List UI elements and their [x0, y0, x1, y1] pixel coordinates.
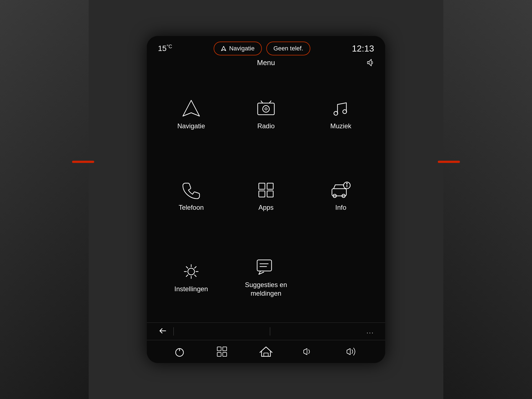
menu-title-row: Menu: [147, 58, 385, 70]
svg-point-20: [188, 268, 195, 275]
svg-rect-10: [259, 183, 265, 189]
dashboard-right: [443, 0, 532, 399]
svg-marker-31: [347, 349, 350, 355]
sound-icon: [366, 58, 374, 67]
svg-marker-30: [304, 349, 307, 355]
car-surround: 15°C Navigatie Geen telef. 12:13: [0, 0, 532, 399]
screen-inner: 15°C Navigatie Geen telef. 12:13: [147, 36, 385, 363]
action-bar: ...: [147, 323, 385, 340]
svg-rect-12: [259, 191, 265, 197]
vent-right: [438, 161, 460, 163]
menu-item-info[interactable]: Info: [305, 157, 377, 236]
svg-rect-1: [367, 62, 369, 64]
volume-up-button[interactable]: [344, 345, 361, 359]
messages-icon: [255, 258, 277, 277]
nav-pills: Navigatie Geen telef.: [214, 42, 310, 55]
svg-marker-2: [183, 100, 200, 116]
telefoon-label: Telefoon: [179, 203, 204, 212]
info-label: Info: [335, 203, 346, 212]
menu-item-radio[interactable]: Radio: [230, 75, 302, 154]
dashboard-left: [0, 0, 89, 399]
muziek-label: Muziek: [330, 122, 351, 130]
svg-rect-25: [217, 347, 221, 351]
svg-rect-14: [332, 189, 346, 196]
instellingen-label: Instellingen: [174, 285, 208, 293]
nav-bar: [147, 340, 385, 363]
svg-point-19: [347, 183, 347, 184]
clock: 12:13: [352, 44, 374, 54]
svg-marker-0: [221, 46, 226, 51]
menu-title: Menu: [168, 58, 364, 67]
info-icon: [330, 180, 352, 200]
menu-item-suggesties[interactable]: Suggesties enmeldingen: [230, 238, 302, 317]
navigatie-pill-button[interactable]: Navigatie: [214, 42, 262, 55]
music-icon: [330, 99, 352, 118]
sound-icon-wrapper: [364, 58, 374, 67]
status-bar: 15°C Navigatie Geen telef. 12:13: [147, 36, 385, 58]
menu-item-navigatie[interactable]: Navigatie: [155, 75, 227, 154]
separator: [173, 327, 174, 336]
separator-right: [270, 327, 270, 336]
settings-icon: [180, 262, 202, 281]
radio-label: Radio: [257, 122, 275, 130]
svg-rect-28: [223, 352, 227, 356]
radio-icon: [255, 99, 277, 118]
svg-rect-27: [217, 352, 221, 356]
power-button[interactable]: [171, 345, 188, 359]
menu-item-telefoon[interactable]: Telefoon: [155, 157, 227, 236]
svg-rect-26: [223, 347, 227, 351]
back-button[interactable]: [158, 327, 168, 336]
navigatie-pill-label: Navigatie: [229, 45, 255, 52]
vent-left: [72, 161, 94, 163]
svg-rect-3: [258, 103, 274, 115]
svg-rect-13: [267, 191, 273, 197]
suggesties-label: Suggesties enmeldingen: [245, 280, 287, 298]
navigatie-label: Navigatie: [177, 122, 205, 130]
menu-item-muziek[interactable]: Muziek: [305, 75, 377, 154]
geen-telef-pill-button[interactable]: Geen telef.: [266, 42, 311, 55]
menu-grid: Navigatie Radio: [147, 70, 385, 323]
home-button[interactable]: [258, 345, 274, 359]
action-bar-left: [158, 327, 174, 336]
svg-rect-21: [257, 260, 272, 271]
svg-point-5: [265, 108, 267, 110]
volume-down-button[interactable]: [301, 345, 318, 359]
menu-item-apps[interactable]: Apps: [230, 157, 302, 236]
svg-rect-11: [267, 183, 273, 189]
temperature: 15°C: [158, 44, 172, 53]
svg-point-4: [263, 106, 269, 112]
apps-label: Apps: [259, 203, 274, 212]
geen-telef-pill-label: Geen telef.: [273, 45, 303, 52]
phone-icon: [180, 180, 202, 200]
menu-item-instellingen[interactable]: Instellingen: [155, 238, 227, 317]
more-button[interactable]: ...: [367, 328, 374, 335]
navigation-icon: [180, 99, 202, 118]
apps-icon: [255, 180, 277, 200]
bottom-section: ...: [147, 323, 385, 363]
screen: 15°C Navigatie Geen telef. 12:13: [147, 36, 385, 363]
grid-button[interactable]: [214, 345, 231, 359]
svg-rect-29: [264, 353, 268, 356]
